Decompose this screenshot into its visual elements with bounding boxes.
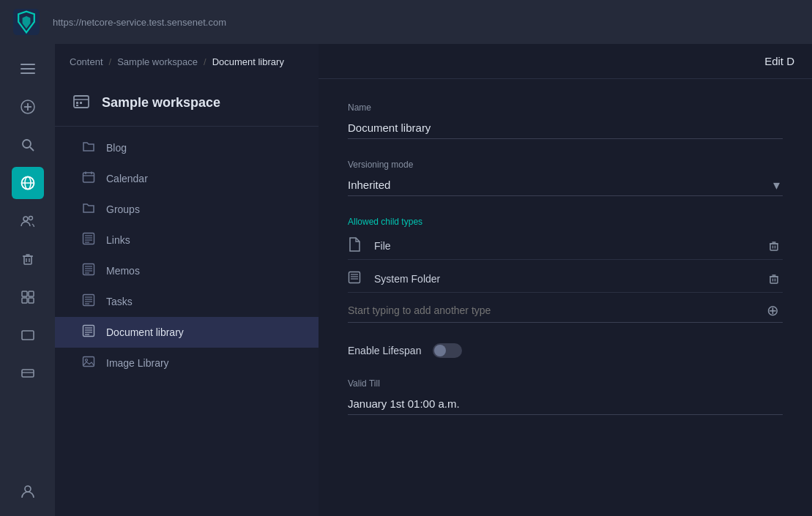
svg-rect-33 [83,173,94,182]
name-input[interactable] [348,117,783,139]
versioning-select-wrapper: Inherited None Major only Major and mino… [348,174,783,196]
logo[interactable] [12,7,41,37]
svg-rect-63 [349,272,360,283]
nav-item-image-library[interactable]: Image Library [55,348,319,378]
delete-file-type-button[interactable] [765,237,783,255]
child-types-group: Allowed child types File System Folder [348,217,783,323]
delete-sysfolder-type-button[interactable] [765,270,783,288]
name-group: Name [348,102,783,139]
svg-rect-20 [22,291,27,296]
svg-point-58 [86,359,88,362]
sidebar-icon-menu[interactable] [12,53,44,85]
svg-line-10 [30,147,34,151]
file-icon [348,237,365,255]
sidebar-icon-window1[interactable] [12,319,44,351]
child-type-sysfolder-name: System Folder [374,273,756,285]
icon-sidebar [0,44,55,516]
svg-rect-3 [21,64,35,65]
sidebar-icon-window2[interactable] [12,357,44,389]
svg-point-14 [23,217,28,221]
workspace-header: Sample workspace [55,79,319,127]
svg-rect-32 [76,105,78,106]
nav-item-label-tasks: Tasks [106,296,133,307]
system-folder-icon [348,271,365,287]
svg-point-27 [25,486,31,492]
svg-rect-21 [29,291,34,296]
svg-rect-5 [21,72,35,74]
valid-till-group: Valid Till [348,378,783,415]
url-bar: https://netcore-service.test.sensenet.co… [53,17,226,28]
svg-rect-4 [21,68,35,70]
child-type-file-name: File [374,240,756,252]
form-area: Name Versioning mode Inherited None Majo… [319,79,812,516]
nav-item-label-memos: Memos [106,265,140,277]
folder-icon-groups [81,201,96,217]
sidebar-icon-search[interactable] [12,129,44,161]
nav-item-blog[interactable]: Blog [55,132,319,163]
breadcrumb-content[interactable]: Content [70,56,103,67]
svg-rect-67 [770,277,778,283]
nav-items: Blog Calendar Groups Links [55,127,319,384]
nav-item-label-groups: Groups [106,203,140,215]
sidebar-icon-widgets[interactable] [12,281,44,313]
lifespan-label: Enable Lifespan [348,345,421,356]
sidebar-icon-globe[interactable] [12,167,44,199]
svg-rect-30 [76,102,78,104]
svg-rect-31 [80,102,82,104]
topbar: https://netcore-service.test.sensenet.co… [0,0,812,44]
nav-item-document-library[interactable]: Document library [55,317,319,348]
nav-item-tasks[interactable]: Tasks [55,286,319,317]
svg-rect-25 [22,370,34,377]
svg-rect-59 [770,244,778,250]
main-content: Edit D Name Versioning mode Inherited No… [319,44,812,516]
nav-item-calendar[interactable]: Calendar [55,163,319,194]
svg-rect-23 [29,298,34,303]
list-icon-links [81,232,96,248]
child-types-label: Allowed child types [348,217,783,227]
image-icon [81,355,96,371]
nav-item-links[interactable]: Links [55,225,319,255]
nav-item-memos[interactable]: Memos [55,255,319,286]
svg-rect-57 [83,357,94,367]
add-type-button[interactable]: ⊕ [762,300,783,321]
svg-rect-22 [22,298,27,303]
sidebar-icon-person[interactable] [12,475,44,507]
breadcrumb-sep2: / [204,56,206,67]
content-header: Edit D [319,44,812,79]
nav-item-label-imagelib: Image Library [106,357,169,369]
lifespan-toggle-row: Enable Lifespan [348,343,783,358]
nav-item-label-blog: Blog [106,142,127,154]
list-icon-memos [81,263,96,279]
svg-point-15 [29,217,32,220]
svg-rect-24 [22,331,34,340]
valid-till-input[interactable] [348,393,783,415]
workspace-icon [70,91,93,114]
edit-button-label[interactable]: Edit D [764,55,794,67]
child-type-system-folder: System Folder [348,266,783,293]
add-type-input[interactable] [348,299,756,322]
lifespan-toggle[interactable] [433,343,462,358]
add-type-row: ⊕ [348,299,783,323]
svg-point-9 [23,140,31,148]
nav-item-groups[interactable]: Groups [55,194,319,225]
list-icon-doclib [81,324,96,340]
child-type-file: File [348,233,783,260]
sidebar-icon-trash[interactable] [12,243,44,275]
sidebar-icon-users[interactable] [12,205,44,237]
versioning-group: Versioning mode Inherited None Major onl… [348,160,783,196]
nav-item-label-doclib: Document library [106,326,184,338]
breadcrumb-sep1: / [109,56,112,67]
list-icon-tasks [81,293,96,310]
sidebar-icon-add[interactable] [12,91,44,123]
svg-rect-16 [24,256,31,264]
workspace-title: Sample workspace [102,95,220,111]
nav-item-label-links: Links [106,234,130,246]
name-label: Name [348,102,783,113]
valid-till-label: Valid Till [348,378,783,389]
calendar-icon [81,171,96,187]
folder-icon [81,140,96,156]
versioning-select[interactable]: Inherited None Major only Major and mino… [348,174,783,195]
breadcrumb-workspace[interactable]: Sample workspace [117,56,198,67]
breadcrumb: Content / Sample workspace / Document li… [55,44,319,79]
versioning-label: Versioning mode [348,160,783,170]
